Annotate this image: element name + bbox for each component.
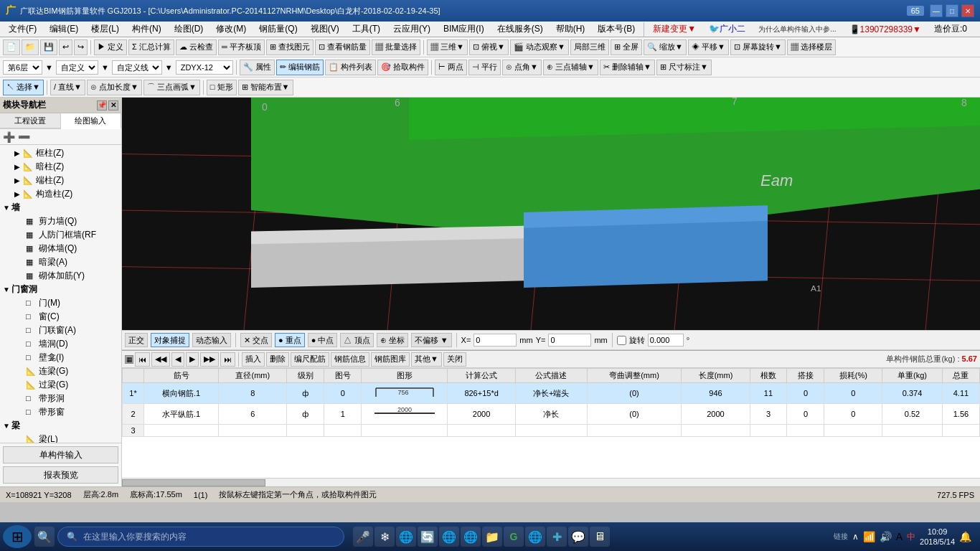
btn-pick-component[interactable]: 🎯 拾取构件 (377, 60, 428, 75)
btn-three-arc[interactable]: ⌒ 三点画弧▼ (143, 80, 200, 95)
btn-midpoint[interactable]: ● 中点 (308, 333, 338, 347)
taskbar-search-icon[interactable]: 🔍 (34, 527, 55, 547)
btn-line[interactable]: / 直线▼ (50, 80, 85, 95)
btn-smart-layout[interactable]: ⊞ 智能布置▼ (238, 80, 293, 95)
custom-select[interactable]: 自定义 (56, 60, 98, 75)
close-button[interactable]: ✕ (961, 4, 974, 17)
btn-rebar-lib[interactable]: 钢筋图库 (371, 352, 410, 367)
btn-rebar-info[interactable]: 钢筋信息 (331, 352, 369, 367)
taskbar-clock[interactable]: 10:09 2018/5/14 (920, 527, 955, 547)
tree-item-blast-wall[interactable]: ▦ 人防门框墙(RF (1, 228, 120, 242)
icon-minus[interactable]: ➖ (18, 131, 30, 143)
custom-line-select[interactable]: 自定义线 (112, 60, 162, 75)
taskbar-plus-icon[interactable]: ✚ (547, 527, 567, 547)
tree-item-doorwin-group[interactable]: ▼ 门窗洞 (1, 283, 120, 296)
maximize-button[interactable]: □ (946, 4, 958, 17)
menu-online[interactable]: 在线服务(S) (491, 22, 549, 37)
btn-snap[interactable]: 对象捕捉 (151, 333, 189, 347)
menu-component[interactable]: 构件(N) (126, 22, 167, 37)
win-controls[interactable]: — □ ✕ (930, 4, 974, 17)
btn-zoom[interactable]: 🔍 缩放▼ (644, 39, 687, 55)
btn-angle-point[interactable]: ⊙ 点角▼ (502, 60, 542, 75)
tree-item-over-beam[interactable]: 📐 过梁(G) (1, 378, 120, 392)
hscrollbar-thumb[interactable] (122, 479, 265, 486)
tree-item-conn-beam[interactable]: 📐 连梁(G) (1, 364, 120, 378)
btn-nav-next-fast[interactable]: ▶▶ (200, 352, 219, 367)
sidebar-pin[interactable]: 📌 (97, 100, 107, 110)
btn-del-axis[interactable]: ✂ 删除辅轴▼ (600, 60, 655, 75)
btn-new[interactable]: 📄 (3, 39, 20, 55)
arrow-col[interactable]: ▶ (14, 149, 23, 157)
btn-rebar-insert[interactable]: 插入 (242, 352, 265, 367)
table-row[interactable]: 3 (123, 425, 980, 437)
sidebar-close[interactable]: ✕ (108, 100, 118, 110)
y-input[interactable] (548, 334, 591, 347)
tree-item-brick-wall[interactable]: ▦ 砌体墙(Q) (1, 242, 120, 255)
taskbar-folder-icon[interactable]: 📁 (482, 527, 502, 547)
btn-save[interactable]: 💾 (40, 39, 57, 55)
btn-redo[interactable]: ↪ (74, 39, 88, 55)
taskbar-start-button[interactable]: ⊞ (3, 525, 32, 548)
btn-nav-prev[interactable]: ◀ (171, 352, 184, 367)
arrow-beam-group[interactable]: ▼ (3, 422, 11, 430)
taskbar-app4-icon[interactable]: 🌐 (439, 527, 459, 547)
btn-partial-3d[interactable]: 局部三维 (570, 39, 609, 55)
rotate-checkbox[interactable] (617, 336, 626, 345)
taskbar-app5-icon[interactable]: 🌐 (461, 527, 481, 547)
btn-properties[interactable]: 🔧 属性 (240, 60, 275, 75)
tree-item-wall-niche[interactable]: □ 壁龛(I) (1, 351, 120, 364)
btn-component-list[interactable]: 📋 构件列表 (325, 60, 376, 75)
btn-single-component[interactable]: 单构件输入 (3, 446, 118, 463)
btn-select[interactable]: ↖ 选择▼ (3, 80, 44, 95)
btn-find-elem[interactable]: ⊞ 查找图元 (266, 39, 314, 55)
taskbar-monitor-icon[interactable]: 🖥 (590, 527, 610, 547)
tree-item-col[interactable]: ▶ 📐 框柱(Z) (1, 146, 120, 160)
arrow-wall-group[interactable]: ▼ (3, 204, 11, 212)
btn-three-axis[interactable]: ⊕ 三点辅轴▼ (543, 60, 598, 75)
btn-rebar-other[interactable]: 其他▼ (411, 352, 442, 367)
btn-dynamic-view[interactable]: 🎬 动态观察▼ (510, 39, 569, 55)
btn-nav-last[interactable]: ⏭ (220, 352, 235, 367)
tree-item-dark-beam[interactable]: ▦ 暗梁(A) (1, 255, 120, 269)
icon-plus[interactable]: ➕ (3, 131, 15, 143)
menu-edit[interactable]: 编辑(E) (44, 22, 84, 37)
table-row[interactable]: 1* 横向钢筋.1 8 ф 0 756 (123, 383, 980, 404)
btn-ortho[interactable]: 正交 (125, 333, 148, 347)
tree-item-window[interactable]: □ 窗(C) (1, 310, 120, 324)
btn-pan[interactable]: ◈ 平移▼ (688, 39, 729, 55)
tree-item-struct-col[interactable]: ▶ 📐 构造柱(Z) (1, 187, 120, 201)
btn-rect[interactable]: □ 矩形 (207, 80, 237, 95)
menu-view[interactable]: 视图(V) (305, 22, 345, 37)
rebar-hscrollbar[interactable] (122, 478, 980, 486)
btn-rebar-close[interactable]: 关闭 (443, 352, 466, 367)
arrow-struct-col[interactable]: ▶ (14, 190, 23, 198)
taskbar-chat-icon[interactable]: 💬 (568, 527, 588, 547)
btn-select-floor[interactable]: ▦ 选择楼层 (787, 39, 836, 55)
sidebar-header-btns[interactable]: 📌 ✕ (97, 100, 118, 110)
btn-no-offset[interactable]: 不偏移 ▼ (411, 333, 452, 347)
btn-3d[interactable]: ▦ 三维▼ (427, 39, 468, 55)
x-input[interactable] (473, 334, 517, 347)
menu-cloud[interactable]: 云应用(Y) (387, 22, 436, 37)
taskbar-g-icon[interactable]: G (504, 527, 524, 547)
menu-new-change[interactable]: 新建变更▼ (647, 22, 702, 37)
minimize-button[interactable]: — (930, 4, 943, 17)
systray-caret[interactable]: ∧ (852, 532, 859, 542)
menu-modify[interactable]: 修改(M) (210, 22, 252, 37)
btn-batch-select[interactable]: ▦ 批量选择 (372, 39, 420, 55)
btn-nav-prev-fast[interactable]: ◀◀ (151, 352, 170, 367)
tree-item-shear-wall[interactable]: ▦ 剪力墙(Q) (1, 215, 120, 228)
menu-help[interactable]: 帮助(H) (550, 22, 591, 37)
taskbar-globe-icon[interactable]: 🌐 (525, 527, 545, 547)
menu-phone[interactable]: 📱13907298339▼ (844, 23, 927, 36)
menu-why[interactable]: 为什么单构件输入中参... (753, 23, 842, 36)
menu-assistant[interactable]: 🐦广小二 (703, 22, 751, 37)
btn-cloud-check[interactable]: ☁ 云检查 (176, 39, 217, 55)
systray-sound[interactable]: 🔊 (880, 531, 892, 542)
btn-two-points[interactable]: ⊢ 两点 (435, 60, 467, 75)
tree-item-strip-win[interactable]: □ 带形窗 (1, 405, 120, 419)
btn-view-rebar[interactable]: ⊡ 查看钢筋量 (315, 39, 370, 55)
menu-file[interactable]: 文件(F) (3, 22, 42, 37)
menu-rebar[interactable]: 钢筋量(Q) (253, 22, 303, 37)
btn-point-extend[interactable]: ⊙ 点加长度▼ (87, 80, 142, 95)
